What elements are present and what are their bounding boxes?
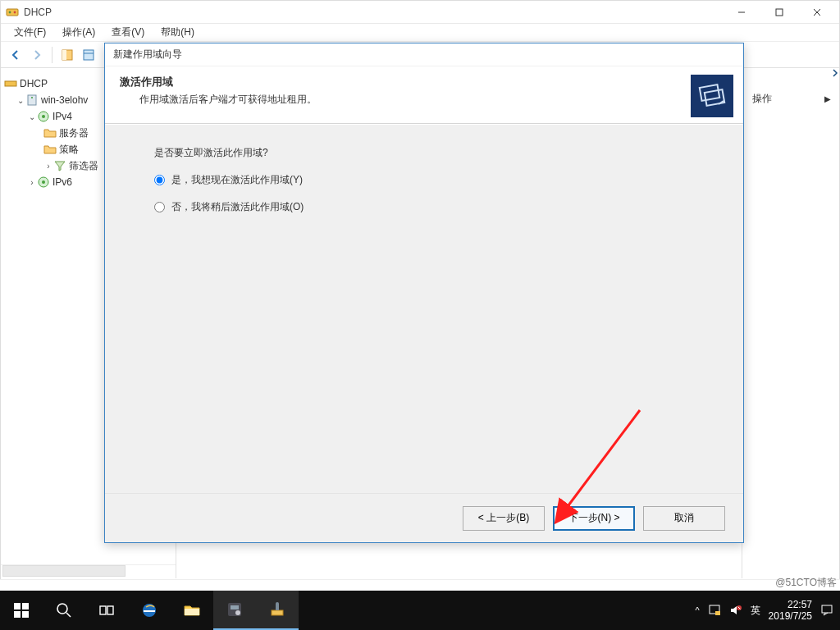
menu-view[interactable]: 查看(V) — [103, 25, 153, 40]
search-button[interactable] — [43, 591, 85, 630]
radio-no-input[interactable] — [154, 202, 165, 212]
svg-rect-23 — [705, 89, 724, 106]
filter-icon — [53, 159, 66, 172]
taskbar: ^ 英 22:57 2019/7/25 — [0, 591, 840, 630]
svg-rect-15 — [5, 81, 16, 86]
svg-rect-34 — [185, 609, 199, 615]
svg-rect-28 — [22, 611, 29, 618]
status-strip — [0, 579, 840, 591]
svg-rect-4 — [776, 9, 783, 16]
svg-point-21 — [42, 180, 45, 184]
radio-yes-input[interactable] — [154, 175, 165, 185]
tree-horizontal-scrollbar[interactable] — [1, 564, 176, 578]
svg-rect-32 — [107, 606, 113, 614]
svg-rect-0 — [7, 9, 18, 16]
titlebar: DHCP — [1, 1, 839, 24]
tray-chevron-up-icon[interactable]: ^ — [695, 605, 699, 615]
wizard-banner-icon — [691, 75, 733, 117]
svg-rect-26 — [22, 603, 29, 609]
taskbar-clock[interactable]: 22:57 2019/7/25 — [769, 599, 812, 623]
properties-button[interactable] — [79, 45, 98, 65]
svg-rect-45 — [822, 605, 832, 613]
svg-rect-25 — [14, 603, 21, 609]
radio-yes-label: 是，我想现在激活此作用域(Y) — [171, 173, 303, 187]
menubar: 文件(F) 操作(A) 查看(V) 帮助(H) — [1, 24, 839, 42]
maximize-button[interactable] — [760, 1, 798, 24]
task-view-button[interactable] — [85, 591, 128, 630]
back-button[interactable]: < 上一步(B) — [463, 506, 545, 531]
dhcp-app-icon — [6, 6, 19, 19]
actions-pane: 操作 ▶ — [742, 69, 831, 578]
expand-icon[interactable]: › — [43, 162, 53, 171]
expand-icon[interactable]: › — [27, 178, 37, 187]
minimize-button[interactable] — [723, 1, 760, 24]
collapse-icon[interactable]: ⌄ — [27, 112, 37, 121]
collapse-icon[interactable]: ⌄ — [16, 96, 25, 105]
radio-no-label: 否，我将稍后激活此作用域(O) — [171, 200, 304, 214]
new-scope-wizard: 新建作用域向导 激活作用域 作用域激活后客户端才可获得地址租用。 是否要立即激活… — [104, 43, 744, 543]
tree-label: win-3elohv — [41, 94, 88, 106]
wizard-body: 是否要立即激活此作用域? 是，我想现在激活此作用域(Y) 否，我将稍后激活此作用… — [105, 124, 743, 493]
clock-date: 2019/7/25 — [769, 610, 812, 622]
wizard-titlebar: 新建作用域向导 — [105, 43, 743, 66]
cancel-button[interactable]: 取消 — [643, 506, 725, 531]
radio-activate-no[interactable]: 否，我将稍后激活此作用域(O) — [154, 200, 714, 214]
svg-rect-27 — [14, 611, 21, 618]
window-title: DHCP — [24, 7, 723, 18]
taskbar-server-manager[interactable] — [213, 591, 256, 630]
wizard-window-title: 新建作用域向导 — [113, 48, 182, 62]
svg-point-19 — [42, 115, 45, 118]
start-button[interactable] — [0, 591, 43, 630]
svg-point-17 — [31, 97, 33, 98]
taskbar-explorer[interactable] — [171, 591, 213, 630]
svg-rect-22 — [700, 84, 719, 101]
tree-label: 服务器 — [59, 126, 89, 140]
svg-rect-9 — [84, 50, 94, 60]
svg-point-1 — [9, 11, 11, 13]
system-tray: ^ 英 22:57 2019/7/25 — [695, 599, 840, 623]
ime-indicator[interactable]: 英 — [751, 604, 760, 618]
actions-collapse-button[interactable] — [831, 69, 839, 578]
toolbar-separator — [52, 47, 52, 63]
svg-rect-42 — [715, 611, 720, 615]
actions-more-ops[interactable]: 操作 ▶ — [742, 90, 831, 107]
chevron-right-icon: ▶ — [824, 94, 831, 103]
tree-label: IPv4 — [52, 111, 72, 122]
taskbar-dhcp[interactable] — [256, 591, 299, 630]
close-button[interactable] — [798, 1, 836, 24]
svg-point-2 — [14, 11, 16, 13]
ipv4-icon — [37, 110, 50, 123]
taskbar-ie[interactable] — [128, 591, 171, 630]
folder-icon — [43, 143, 57, 156]
watermark: @51CTO博客 — [775, 576, 837, 590]
server-icon — [25, 94, 39, 107]
next-button[interactable]: 下一步(N) > — [553, 506, 635, 531]
forward-button[interactable] — [27, 45, 47, 65]
svg-rect-36 — [231, 605, 239, 609]
svg-point-40 — [276, 602, 279, 605]
tree-label: IPv6 — [52, 176, 72, 188]
menu-help[interactable]: 帮助(H) — [153, 25, 203, 40]
svg-point-29 — [57, 604, 67, 614]
activate-prompt: 是否要立即激活此作用域? — [154, 146, 714, 160]
svg-rect-16 — [28, 95, 36, 105]
dhcp-icon — [4, 77, 17, 90]
svg-line-30 — [66, 613, 71, 617]
back-button[interactable] — [6, 45, 25, 65]
radio-activate-yes[interactable]: 是，我想现在激活此作用域(Y) — [154, 173, 714, 187]
svg-point-37 — [235, 610, 240, 615]
menu-action[interactable]: 操作(A) — [54, 25, 103, 40]
svg-rect-8 — [62, 50, 66, 60]
tree-label: 策略 — [59, 143, 79, 157]
wizard-footer: < 上一步(B) 下一步(N) > 取消 — [105, 493, 743, 542]
svg-rect-31 — [100, 606, 106, 614]
volume-icon[interactable] — [729, 604, 742, 617]
show-hide-tree-button[interactable] — [57, 45, 77, 65]
wizard-subheading: 作用域激活后客户端才可获得地址租用。 — [120, 89, 691, 107]
action-center-icon[interactable] — [820, 604, 833, 617]
ipv6-icon — [37, 176, 50, 189]
folder-icon — [43, 126, 57, 139]
menu-file[interactable]: 文件(F) — [6, 25, 54, 40]
wizard-heading: 激活作用域 — [120, 75, 691, 89]
network-icon[interactable] — [708, 604, 721, 617]
